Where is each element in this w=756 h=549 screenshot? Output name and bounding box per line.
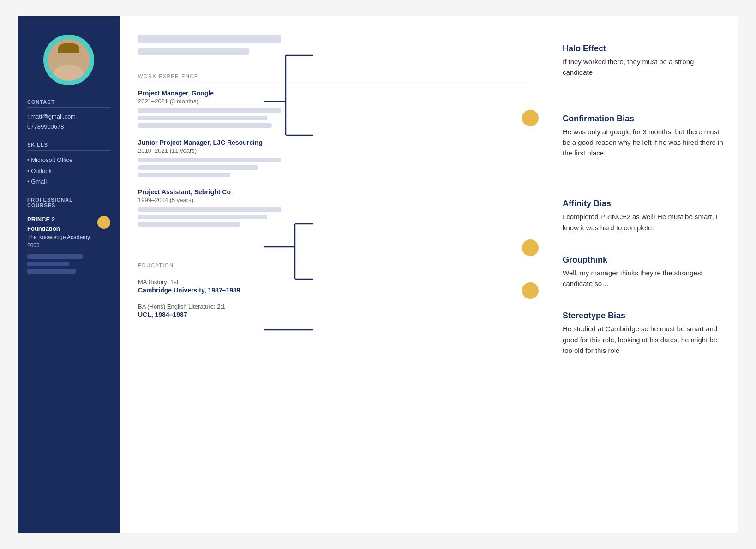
job-dates-3: 1999–2004 (5 years) <box>138 197 530 203</box>
jb6 <box>138 173 230 177</box>
jb7 <box>138 207 281 212</box>
jb2 <box>138 116 267 120</box>
resume-header-bars <box>138 35 530 55</box>
job-title-1: Project Manager, Google <box>138 90 530 97</box>
edu-degree-2: BA (Hons) English Literature: 2:1 <box>138 303 530 310</box>
bias-groupthink: Groupthink Well, my manager thinks they'… <box>563 255 724 289</box>
bias-title-stereotype: Stereotype Bias <box>563 311 724 321</box>
contact-section: CONTACT r.matt@gmail.com 07789900678 <box>27 99 110 132</box>
bias-title-affinity: Affinity Bias <box>563 199 724 209</box>
bias-text-stereotype: He studied at Cambridge so he must be sm… <box>563 323 724 356</box>
job-bars-2 <box>138 158 530 177</box>
work-label: WORK EXPERIENCE <box>138 73 530 79</box>
courses-label: PROFESSIONALCOURSES <box>27 197 110 211</box>
edu-entry-2: BA (Hons) English Literature: 2:1 UCL, 1… <box>138 303 530 318</box>
course-name: PRINCE 2Foundation <box>27 215 94 233</box>
google-gold-dot <box>522 110 539 126</box>
course-gold-dot <box>97 216 110 229</box>
name-bar <box>138 35 281 43</box>
jb4 <box>138 158 281 162</box>
sidebar-bar-3 <box>27 269 76 274</box>
email: r.matt@gmail.com <box>27 112 110 122</box>
resume-content: WORK EXPERIENCE Project Manager, Google … <box>120 16 544 533</box>
affinity-connector-area <box>138 235 530 258</box>
course-provider: The Knowledge Academy, 2003 <box>27 233 94 250</box>
jb8 <box>138 215 267 219</box>
bias-text-groupthink: Well, my manager thinks they're the stro… <box>563 268 724 289</box>
bias-text-confirmation: He was only at google for 3 months, but … <box>563 126 724 159</box>
sidebar-bar-1 <box>27 254 83 259</box>
jb5 <box>138 165 258 170</box>
skill-1: Microsoft Office <box>27 155 110 165</box>
contact-label: CONTACT <box>27 99 110 108</box>
job-bars-3 <box>138 207 530 227</box>
skills-label: SKILLS <box>27 142 110 151</box>
edu-school-2: UCL, 1984–1987 <box>138 311 530 318</box>
phone: 07789900678 <box>27 122 110 132</box>
job-bars-1 <box>138 108 530 128</box>
bias-stereotype: Stereotype Bias He studied at Cambridge … <box>563 311 724 356</box>
edu-label: EDUCATION <box>138 263 530 268</box>
job-dates-1: 2021–2021 (3 months) <box>138 98 530 105</box>
edu-school-1: Cambridge University, 1987–1989 <box>138 286 530 294</box>
skill-3: Gmail <box>27 176 110 187</box>
job-title-2: Junior Project Manager, LJC Resourcing <box>138 139 530 146</box>
courses-section: PROFESSIONALCOURSES PRINCE 2Foundation T… <box>27 197 110 274</box>
skill-2: Outlook <box>27 166 110 176</box>
skills-section: SKILLS Microsoft Office Outlook Gmail <box>27 142 110 187</box>
sidebar: CONTACT r.matt@gmail.com 07789900678 SKI… <box>18 16 120 533</box>
avatar <box>43 35 94 85</box>
jb9 <box>138 222 240 227</box>
edu-entry-1: MA History: 1st Cambridge University, 19… <box>138 279 530 294</box>
bias-confirmation: Confirmation Bias He was only at google … <box>563 114 724 159</box>
bias-affinity: Affinity Bias I completed PRINCE2 as wel… <box>563 199 724 233</box>
bias-title-groupthink: Groupthink <box>563 255 724 265</box>
job-entry-1: Project Manager, Google 2021–2021 (3 mon… <box>138 90 530 128</box>
bias-title-halo: Halo Effect <box>563 44 724 54</box>
subtitle-bar <box>138 48 249 55</box>
work-experience-section: WORK EXPERIENCE Project Manager, Google … <box>138 73 530 227</box>
jb3 <box>138 123 272 128</box>
bias-text-affinity: I completed PRINCE2 as well! He must be … <box>563 211 724 233</box>
job-entry-3: Project Assistant, Sebright Co 1999–2004… <box>138 188 530 227</box>
bias-panel: Halo Effect If they worked there, they m… <box>544 16 738 533</box>
bias-title-confirmation: Confirmation Bias <box>563 114 724 124</box>
affinity-gold-dot <box>522 239 539 256</box>
edu-degree-1: MA History: 1st <box>138 279 530 286</box>
job-entry-2: Junior Project Manager, LJC Resourcing 2… <box>138 139 530 177</box>
bias-text-halo: If they worked there, they must be a str… <box>563 56 724 78</box>
sidebar-progress-bars <box>27 254 110 274</box>
jb1 <box>138 108 281 113</box>
avatar-image <box>48 39 90 81</box>
job-dates-2: 2010–2021 (11 years) <box>138 147 530 154</box>
sidebar-bar-2 <box>27 262 69 266</box>
bias-halo: Halo Effect If they worked there, they m… <box>563 44 724 78</box>
cambridge-gold-dot <box>522 282 539 299</box>
job-title-3: Project Assistant, Sebright Co <box>138 188 530 196</box>
education-section: EDUCATION MA History: 1st Cambridge Univ… <box>138 263 530 318</box>
